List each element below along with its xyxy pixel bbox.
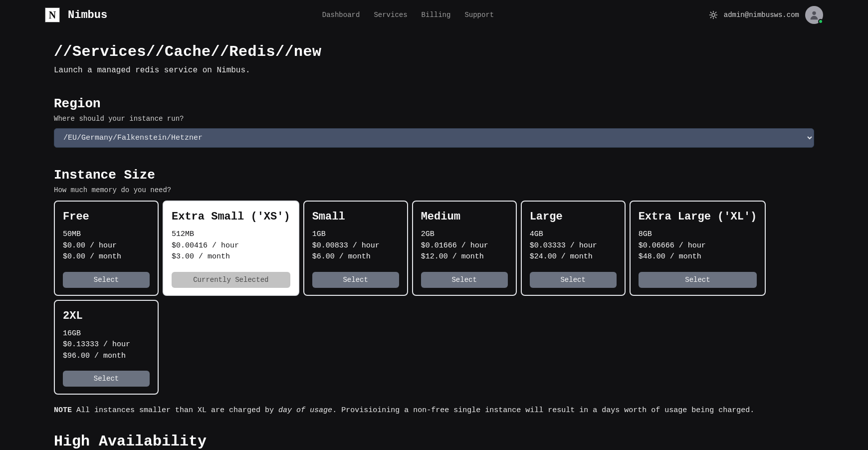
instance-size-name: Medium: [421, 209, 508, 225]
instance-size-cards: Free50MB$0.00 / hour$0.00 / monthSelectE…: [54, 201, 814, 395]
nav-support[interactable]: Support: [464, 10, 494, 20]
region-subtitle: Where should your instance run?: [54, 114, 814, 124]
instance-size-mem: 2GB: [421, 229, 508, 240]
select-instance-button[interactable]: Select: [63, 371, 150, 387]
instance-size-card: Large4GB$0.03333 / hour$24.00 / monthSel…: [521, 201, 626, 296]
nav-dashboard[interactable]: Dashboard: [322, 10, 360, 20]
top-bar: N Nimbus Dashboard Services Billing Supp…: [0, 0, 868, 30]
high-availability-title: High Availability: [54, 431, 814, 450]
select-instance-button[interactable]: Select: [312, 272, 399, 288]
instance-size-subtitle: How much memory do you need?: [54, 185, 814, 196]
instance-size-mem: 8GB: [639, 229, 757, 240]
svg-line-5: [710, 12, 711, 13]
instance-size-mem: 1GB: [312, 229, 399, 240]
select-instance-button[interactable]: Select: [421, 272, 508, 288]
logo-icon: N: [45, 7, 60, 22]
instance-size-mem: 4GB: [530, 229, 617, 240]
note-text-2: . Provisioining a non-free single instan…: [332, 406, 754, 415]
primary-nav: Dashboard Services Billing Support: [322, 10, 494, 20]
note-em: day of usage: [278, 406, 332, 415]
instance-size-month: $12.00 / month: [421, 251, 508, 263]
note-label: NOTE: [54, 406, 72, 415]
region-title: Region: [54, 94, 814, 114]
instance-size-name: Large: [530, 209, 617, 225]
instance-size-hour: $0.03333 / hour: [530, 240, 617, 252]
presence-indicator-icon: [818, 19, 823, 24]
region-select[interactable]: /EU/Germany/Falkenstein/Hetzner: [54, 128, 814, 148]
instance-size-month: $3.00 / month: [172, 251, 290, 263]
instance-size-title: Instance Size: [54, 166, 814, 185]
instance-size-card: Extra Large ('XL')8GB$0.06666 / hour$48.…: [630, 201, 766, 296]
instance-size-hour: $0.06666 / hour: [639, 240, 757, 252]
instance-size-month: $96.00 / month: [63, 351, 150, 362]
avatar[interactable]: [805, 6, 823, 24]
svg-line-6: [715, 17, 716, 18]
instance-size-name: Extra Large ('XL'): [639, 209, 757, 225]
select-instance-button[interactable]: Select: [639, 272, 757, 288]
svg-point-9: [812, 11, 816, 15]
instance-size-mem: 16GB: [63, 328, 150, 340]
user-cluster: admin@nimbusws.com: [709, 6, 823, 24]
nav-billing[interactable]: Billing: [422, 10, 451, 20]
breadcrumb: //Services//Cache//Redis//new: [54, 41, 814, 63]
instance-size-month: $48.00 / month: [639, 251, 757, 263]
instance-size-card: Medium2GB$0.01666 / hour$12.00 / monthSe…: [412, 201, 517, 296]
instance-size-mem: 512MB: [172, 229, 290, 240]
instance-size-name: 2XL: [63, 308, 150, 324]
instance-size-hour: $0.01666 / hour: [421, 240, 508, 252]
instance-size-month: $6.00 / month: [312, 251, 399, 263]
instance-size-name: Extra Small ('XS'): [172, 209, 290, 225]
instance-size-hour: $0.00416 / hour: [172, 240, 290, 252]
select-instance-button[interactable]: Select: [530, 272, 617, 288]
select-instance-button[interactable]: Select: [63, 272, 150, 288]
instance-size-card: 2XL16GB$0.13333 / hour$96.00 / monthSele…: [54, 300, 159, 395]
instance-size-mem: 50MB: [63, 229, 150, 240]
page-subtitle: Launch a managed redis service on Nimbus…: [54, 64, 814, 76]
instance-size-card: Extra Small ('XS')512MB$0.00416 / hour$3…: [163, 201, 299, 296]
page-body: //Services//Cache//Redis//new Launch a m…: [0, 30, 868, 450]
user-email[interactable]: admin@nimbusws.com: [724, 10, 799, 20]
svg-line-7: [710, 17, 711, 18]
currently-selected-button[interactable]: Currently Selected: [172, 272, 290, 288]
instance-size-card: Small1GB$0.00833 / hour$6.00 / monthSele…: [303, 201, 408, 296]
instance-size-name: Small: [312, 209, 399, 225]
instance-size-hour: $0.00 / hour: [63, 240, 150, 252]
instance-size-card: Free50MB$0.00 / hour$0.00 / monthSelect: [54, 201, 159, 296]
nav-services[interactable]: Services: [374, 10, 407, 20]
pricing-note: NOTE All instances smaller than XL are c…: [54, 405, 814, 417]
svg-line-8: [715, 12, 716, 13]
instance-size-name: Free: [63, 209, 150, 225]
note-text-1: All instances smaller than XL are charge…: [72, 406, 278, 415]
theme-toggle-icon[interactable]: [709, 10, 718, 19]
brand[interactable]: N Nimbus: [45, 7, 107, 23]
brand-name: Nimbus: [68, 7, 107, 23]
instance-size-month: $0.00 / month: [63, 251, 150, 263]
svg-point-0: [712, 13, 715, 16]
instance-size-hour: $0.13333 / hour: [63, 339, 150, 351]
instance-size-month: $24.00 / month: [530, 251, 617, 263]
instance-size-hour: $0.00833 / hour: [312, 240, 399, 252]
